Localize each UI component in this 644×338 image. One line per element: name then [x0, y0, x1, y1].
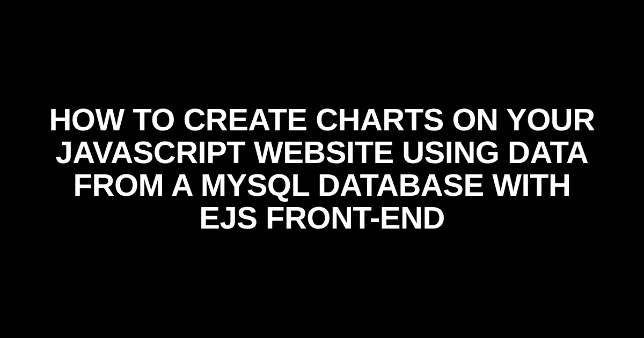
page-title: How to Create Charts on Your JavaScript …	[27, 104, 617, 234]
